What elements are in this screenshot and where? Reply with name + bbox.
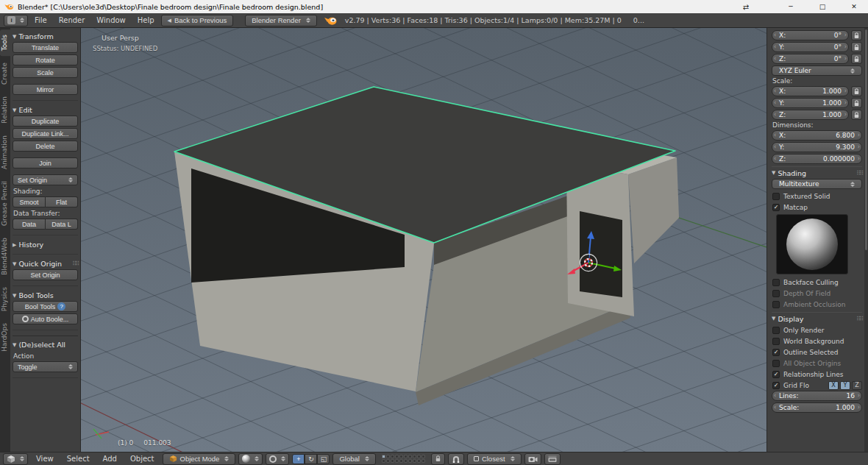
rotation-x-field[interactable]: X:0° (772, 30, 849, 40)
menu-view[interactable]: View (31, 455, 59, 463)
menu-help[interactable]: Help (132, 16, 160, 24)
panel-quick-origin-header[interactable]: ▼Quick Origin⠿⠿ (13, 258, 78, 269)
maximize-button[interactable]: □ (808, 0, 836, 13)
layer-toggle[interactable] (404, 455, 408, 458)
back-to-previous-button[interactable]: ◀ Back to Previous (161, 15, 234, 26)
tab-hardops[interactable]: HardOps (0, 318, 10, 357)
layer-toggle[interactable] (417, 459, 421, 463)
panel-edit-header[interactable]: ▼Edit (13, 104, 78, 116)
layer-toggle[interactable] (382, 455, 385, 458)
translate-manipulator-toggle[interactable]: + (292, 454, 305, 464)
opengl-render-anim-button[interactable] (544, 453, 561, 465)
render-engine-dropdown[interactable]: Blender Render (245, 15, 317, 26)
grid-axis-y-toggle[interactable]: Y (840, 381, 850, 390)
scale-manipulator-toggle[interactable]: ◱ (317, 454, 330, 464)
shade-smooth-button[interactable]: Smoot (13, 196, 46, 207)
layers-widget[interactable] (382, 455, 425, 463)
lock-scale-y-button[interactable] (851, 98, 862, 108)
tab-physics[interactable]: Physics (0, 282, 10, 316)
toggle-dropdown[interactable]: Toggle (13, 361, 78, 372)
lock-rotation-y-button[interactable] (851, 42, 862, 52)
all-object-origins-checkbox[interactable]: All Object Origins (772, 358, 862, 369)
scale-x-field[interactable]: X:1.000 (772, 86, 849, 96)
layer-toggle[interactable] (417, 455, 421, 458)
scale-button[interactable]: Scale (13, 67, 78, 78)
data-transfer-button[interactable]: Data (13, 219, 46, 230)
scrollbar-thumb[interactable] (865, 29, 867, 250)
lock-rotation-x-button[interactable] (851, 30, 862, 40)
layer-toggle[interactable] (395, 459, 399, 463)
set-origin-menu[interactable]: Set Origin (13, 174, 78, 185)
viewport-3d[interactable]: User Persp SStatus: UNDEFINED (1) 0011.0… (81, 28, 766, 452)
panel-transform-header[interactable]: ▼Transform (13, 31, 78, 42)
depth-of-field-checkbox[interactable]: Depth Of Field (772, 288, 862, 299)
snap-toggle[interactable] (448, 453, 464, 465)
world-background-checkbox[interactable]: World Background (772, 336, 862, 347)
layer-toggle[interactable] (404, 459, 408, 463)
viewport-shading-dropdown[interactable] (238, 453, 263, 465)
panel-history-header[interactable]: ▶History (13, 239, 78, 250)
relationship-lines-checkbox[interactable]: ✓Relationship Lines (772, 369, 862, 380)
dimension-x-field[interactable]: X:6.800 (772, 130, 862, 141)
tab-blend4web[interactable]: Blend4Web (0, 232, 10, 280)
tab-grease-pencil[interactable]: Grease Pencil (0, 176, 10, 231)
layer-toggle[interactable] (413, 459, 416, 463)
tab-relation[interactable]: Relation (0, 91, 10, 129)
lock-scale-z-button[interactable] (851, 110, 862, 120)
dimension-z-field[interactable]: Z:0.000000 (772, 154, 862, 164)
grid-axis-z-toggle[interactable]: Z (852, 381, 862, 390)
editor-type-button[interactable]: i (4, 15, 28, 26)
menu-select[interactable]: Select (62, 455, 95, 463)
layer-toggle[interactable] (382, 459, 385, 463)
shading-mode-dropdown[interactable]: Multitexture (772, 179, 862, 189)
layer-toggle[interactable] (421, 455, 425, 458)
translate-button[interactable]: Translate (13, 42, 78, 53)
layer-toggle[interactable] (413, 455, 416, 458)
lock-rotation-z-button[interactable] (851, 54, 862, 64)
properties-scrollbar[interactable] (864, 28, 868, 452)
auto-boolean-button[interactable]: Auto Boole... (13, 313, 78, 324)
layer-toggle[interactable] (391, 459, 394, 463)
dimension-y-field[interactable]: Y:9.300 (772, 142, 862, 152)
menu-render[interactable]: Render (54, 16, 90, 24)
panel-bool-tools-header[interactable]: ▼Bool Tools (13, 290, 78, 301)
bool-tools-button[interactable]: Bool Tools? (13, 301, 78, 312)
redo-panel-header[interactable]: ▼(De)select All (13, 339, 78, 350)
tab-tools[interactable]: Tools (0, 29, 10, 56)
rotation-mode-dropdown[interactable]: XYZ Euler (772, 65, 862, 76)
menu-file[interactable]: File (29, 16, 52, 24)
tab-animation[interactable]: Animation (0, 130, 10, 174)
matcap-preview[interactable] (776, 214, 848, 274)
display-panel-header[interactable]: ▼Display⠿⠿ (772, 312, 862, 324)
layer-toggle[interactable] (399, 455, 403, 458)
layer-toggle[interactable] (386, 455, 390, 458)
quick-set-origin-button[interactable]: Set Origin (13, 269, 78, 280)
layer-toggle[interactable] (391, 455, 394, 458)
pivot-point-dropdown[interactable] (266, 453, 289, 465)
layer-toggle[interactable] (408, 459, 412, 463)
outline-selected-checkbox[interactable]: ✓Outline Selected (772, 347, 862, 358)
layer-toggle[interactable] (386, 459, 390, 463)
layer-toggle[interactable] (421, 459, 425, 463)
minimize-button[interactable]: ─ (777, 0, 805, 13)
grid-axis-x-toggle[interactable]: X (828, 381, 839, 390)
grid-lines-field[interactable]: Lines:16 (772, 391, 862, 401)
rotate-button[interactable]: Rotate (13, 54, 78, 65)
textured-solid-checkbox[interactable]: Textured Solid (772, 191, 862, 202)
lock-scale-x-button[interactable] (851, 86, 862, 96)
snap-element-dropdown[interactable]: Closest (467, 453, 522, 465)
duplicate-linked-button[interactable]: Duplicate Link... (13, 128, 78, 139)
close-button[interactable]: ✕ (840, 0, 868, 13)
rotation-z-field[interactable]: Z:0° (772, 54, 849, 64)
scale-y-field[interactable]: Y:1.000 (772, 98, 849, 108)
layer-toggle[interactable] (408, 455, 412, 458)
data-layout-button[interactable]: Data L (46, 219, 78, 230)
grid-scale-field[interactable]: Scale:1.000 (772, 402, 862, 413)
matcap-checkbox[interactable]: ✓Matcap (772, 202, 862, 213)
rotation-y-field[interactable]: Y:0° (772, 42, 849, 52)
tab-create[interactable]: Create (0, 57, 10, 90)
rotate-manipulator-toggle[interactable]: ↻ (305, 454, 317, 464)
duplicate-button[interactable]: Duplicate (13, 116, 78, 127)
window-arrange-icon[interactable]: ⇄ (736, 0, 755, 13)
only-render-checkbox[interactable]: Only Render (772, 324, 862, 336)
